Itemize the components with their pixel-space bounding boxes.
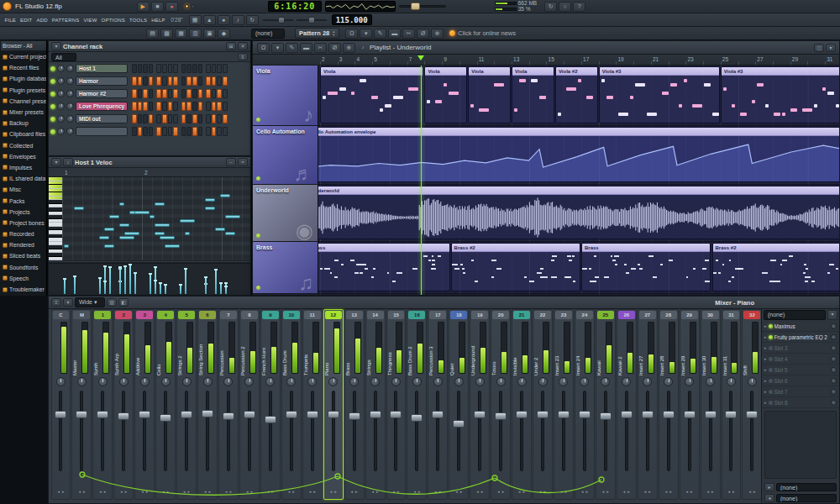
volume-fader[interactable] xyxy=(185,391,188,471)
channel-button[interactable]: Harmor xyxy=(76,76,128,86)
mixer-track-tab[interactable]: C xyxy=(53,311,70,319)
mixer-track-tab[interactable]: 24 xyxy=(576,311,593,319)
pan-knob[interactable] xyxy=(559,377,568,386)
midi-note[interactable] xyxy=(225,215,240,218)
volume-fader[interactable] xyxy=(729,391,732,471)
step-cell[interactable] xyxy=(198,102,203,111)
route-left-icon[interactable]: ◂ xyxy=(392,489,395,497)
mixer-track-tab[interactable]: 18 xyxy=(450,311,467,319)
fader-handle[interactable] xyxy=(139,411,150,418)
mixer-strip-25[interactable]: 25Kawaii◂▸ xyxy=(596,309,616,500)
fader-handle[interactable] xyxy=(55,411,66,418)
volume-fader[interactable] xyxy=(478,391,481,471)
plugin-picker-icon[interactable]: ◆ xyxy=(218,29,230,39)
step-cell[interactable] xyxy=(173,64,178,73)
mixer-strip-30[interactable]: 30Insert 30◂▸ xyxy=(701,309,721,500)
route-right-icon[interactable]: ▸ xyxy=(376,489,379,497)
playlist-track-header[interactable]: Underworld◉ xyxy=(253,185,318,242)
fader-handle[interactable] xyxy=(453,420,465,428)
slot-enable-led[interactable] xyxy=(769,401,773,405)
midi-note[interactable] xyxy=(104,228,114,231)
tempo-display[interactable]: 115.000 xyxy=(332,14,372,25)
step-cell[interactable] xyxy=(192,102,197,111)
browser-title[interactable]: Browser - All xyxy=(1,41,46,51)
midi-note[interactable] xyxy=(215,228,225,231)
velocity-lane[interactable] xyxy=(49,263,250,295)
mixer-track-tab[interactable]: 2 xyxy=(115,311,132,319)
volume-fader[interactable] xyxy=(583,391,586,471)
step-cell[interactable] xyxy=(223,89,228,98)
mixer-strip-7[interactable]: 7Percussion◂▸ xyxy=(218,309,239,500)
midi-note[interactable] xyxy=(104,244,114,248)
fader-handle[interactable] xyxy=(411,414,423,422)
pan-knob[interactable] xyxy=(433,377,443,386)
step-cell[interactable] xyxy=(212,76,217,86)
slot-mix-knob[interactable] xyxy=(831,356,837,362)
precount-icon[interactable]: ● xyxy=(218,15,230,25)
pan-knob[interactable] xyxy=(223,377,233,386)
step-cell[interactable] xyxy=(186,64,192,73)
mixer-strip-26[interactable]: 26Kawaii 2◂▸ xyxy=(617,309,637,500)
route-left-icon[interactable]: ◂ xyxy=(246,489,249,497)
step-cell[interactable] xyxy=(206,89,211,98)
velocity-bar[interactable] xyxy=(129,265,131,294)
fader-handle[interactable] xyxy=(725,411,737,418)
step-cell[interactable] xyxy=(138,64,143,73)
fader-handle[interactable] xyxy=(495,412,507,420)
route-left-icon[interactable]: ◂ xyxy=(78,489,81,497)
volume-fader[interactable] xyxy=(80,391,83,471)
mixer-track-tab[interactable]: 7 xyxy=(220,311,237,319)
volume-fader[interactable] xyxy=(59,391,62,471)
route-right-icon[interactable]: ▸ xyxy=(585,489,588,497)
playlist-lanes[interactable]: ViolaViolaViolaViolaViola #2Viola #3Viol… xyxy=(318,66,839,295)
browser-item[interactable]: Sliced beats xyxy=(1,250,46,261)
route-right-icon[interactable]: ▸ xyxy=(397,489,400,497)
fx-io-selector[interactable]: (none) xyxy=(776,494,837,502)
channel-enable-led[interactable] xyxy=(50,104,55,109)
route-left-icon[interactable]: ◂ xyxy=(267,489,270,497)
metronome-icon[interactable]: ▲ xyxy=(203,15,216,25)
channel-filter-dropdown[interactable]: All xyxy=(51,53,76,61)
browser-item[interactable]: Backup xyxy=(1,118,46,129)
fx-slot-2[interactable]: ▸Fruity parametric EQ 2 xyxy=(762,332,839,343)
velocity-bar[interactable] xyxy=(215,270,217,294)
route-left-icon[interactable]: ◂ xyxy=(288,489,291,497)
fx-menu-icon[interactable]: ▾ xyxy=(827,310,837,320)
route-left-icon[interactable]: ◂ xyxy=(351,489,354,497)
pan-knob[interactable] xyxy=(182,377,192,386)
song-mode-led[interactable] xyxy=(191,4,195,8)
mixer-strip-32[interactable]: 32Shift◂▸ xyxy=(742,309,762,500)
browser-item[interactable]: Plugin presets xyxy=(1,85,46,96)
step-cell[interactable] xyxy=(168,114,173,123)
clip-notes[interactable]: Viola xyxy=(424,66,467,123)
clip-notes[interactable]: Viola #3 xyxy=(721,66,839,123)
route-left-icon[interactable]: ◂ xyxy=(204,489,207,497)
playlist-titlebar[interactable]: Ω▾✎▬✂Ø⊕ ♪ Playlist - Underworld ◫ ▾ xyxy=(253,41,839,55)
volume-fader[interactable] xyxy=(332,391,335,471)
route-left-icon[interactable]: ◂ xyxy=(748,489,751,497)
mixer-track-tab[interactable]: 19 xyxy=(471,311,488,319)
slot-enable-led[interactable] xyxy=(769,379,773,383)
step-cell[interactable] xyxy=(132,89,137,98)
route-right-icon[interactable]: ▸ xyxy=(564,489,567,497)
playlist-zoom-tool-icon[interactable]: ⊕ xyxy=(343,43,355,53)
route-right-icon[interactable]: ▸ xyxy=(732,489,735,497)
step-cell[interactable] xyxy=(212,102,217,111)
snap-dropdown-icon[interactable]: ▾ xyxy=(360,29,372,39)
step-cell[interactable] xyxy=(192,76,197,86)
pan-knob[interactable] xyxy=(517,377,527,386)
step-cell[interactable] xyxy=(168,89,173,98)
pan-knob[interactable] xyxy=(664,377,673,386)
playlist-mute-tool-icon[interactable]: Ø xyxy=(328,43,341,53)
sync-icon[interactable]: ↻ xyxy=(544,2,557,12)
route-left-icon[interactable]: ◂ xyxy=(309,489,312,497)
route-right-icon[interactable]: ▸ xyxy=(229,489,232,497)
step-cell[interactable] xyxy=(206,102,211,111)
mixer-track-tab[interactable]: 29 xyxy=(681,311,698,319)
step-cell[interactable] xyxy=(168,76,173,86)
fx-slot-8[interactable]: ▸Slot 8 xyxy=(762,397,839,408)
route-right-icon[interactable]: ▸ xyxy=(460,489,463,497)
step-cell[interactable] xyxy=(149,114,154,123)
fader-handle[interactable] xyxy=(286,411,297,418)
step-cell[interactable] xyxy=(181,89,186,98)
